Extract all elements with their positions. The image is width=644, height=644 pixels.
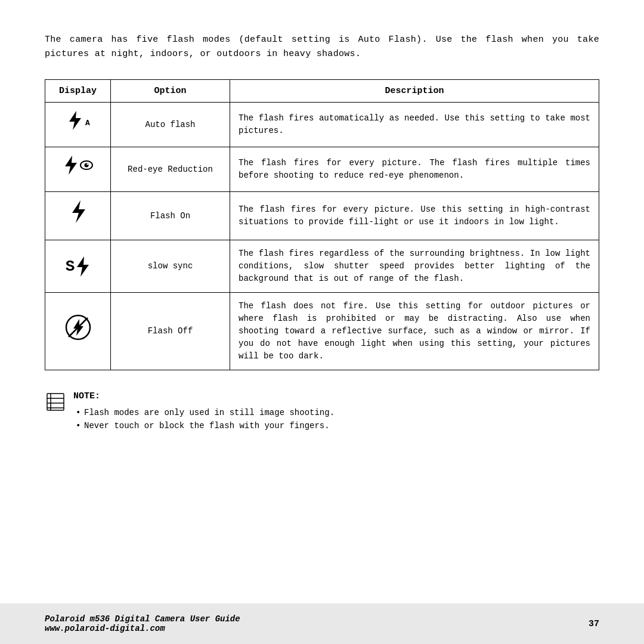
page-footer: Polaroid m536 Digital Camera User Guide …: [0, 603, 644, 644]
red-eye-reduction-icon: [63, 154, 93, 176]
list-item: Never touch or block the flash with your…: [73, 419, 599, 432]
flash-off-option: Flash Off: [111, 293, 230, 370]
flash-on-desc: The flash fires for every picture. Use t…: [230, 192, 599, 240]
table-row: Flash On The flash fires for every pictu…: [45, 192, 599, 240]
svg-marker-5: [72, 200, 85, 223]
red-eye-desc: The flash fires for every picture. The f…: [230, 147, 599, 192]
page-content: The camera has five flash modes (default…: [0, 0, 644, 475]
header-description: Description: [230, 80, 599, 103]
flash-modes-table: Display Option Description A Auto flash …: [45, 79, 599, 370]
svg-point-4: [86, 163, 88, 165]
table-row: Flash Off The flash does not fire. Use t…: [45, 293, 599, 370]
svg-marker-1: [65, 156, 77, 175]
slow-sync-option: slow sync: [111, 240, 230, 293]
note-content: NOTE: Flash modes are only used in still…: [73, 391, 599, 433]
note-section: NOTE: Flash modes are only used in still…: [45, 391, 599, 433]
flash-off-desc: The flash does not fire. Use this settin…: [230, 293, 599, 370]
slow-sync-display-cell: S: [45, 240, 111, 293]
auto-flash-desc: The flash fires automatically as needed.…: [230, 103, 599, 147]
slow-sync-icon: S: [66, 255, 91, 278]
svg-point-3: [85, 163, 89, 168]
note-title: NOTE:: [73, 391, 599, 401]
svg-line-9: [69, 318, 88, 337]
svg-marker-0: [69, 111, 81, 130]
slow-sync-desc: The flash fires regardless of the surrou…: [230, 240, 599, 293]
auto-flash-option: Auto flash: [111, 103, 230, 147]
flash-off-display-cell: [45, 293, 111, 370]
red-eye-display-cell: [45, 147, 111, 192]
header-option: Option: [111, 80, 230, 103]
table-row: S slow sync The flash fires regardless o…: [45, 240, 599, 293]
table-row: A Auto flash The flash fires automatical…: [45, 103, 599, 147]
flash-off-icon: [65, 327, 91, 345]
flash-on-icon: [69, 210, 87, 229]
note-list: Flash modes are only used in still image…: [73, 406, 599, 433]
footer-url: www.polaroid-digital.com: [45, 624, 240, 633]
footer-page-number: 37: [589, 619, 599, 629]
footer-left: Polaroid m536 Digital Camera User Guide …: [45, 614, 240, 633]
header-display: Display: [45, 80, 111, 103]
auto-flash-display-cell: A: [45, 103, 111, 147]
flash-on-display-cell: [45, 192, 111, 240]
list-item: Flash modes are only used in still image…: [73, 406, 599, 419]
table-row: Red-eye Reduction The flash fires for ev…: [45, 147, 599, 192]
note-icon: [45, 391, 66, 416]
footer-title: Polaroid m536 Digital Camera User Guide: [45, 614, 240, 624]
flash-on-option: Flash On: [111, 192, 230, 240]
intro-paragraph: The camera has five flash modes (default…: [45, 33, 599, 61]
svg-marker-6: [77, 256, 89, 277]
auto-flash-icon: A: [66, 110, 90, 135]
red-eye-option: Red-eye Reduction: [111, 147, 230, 192]
